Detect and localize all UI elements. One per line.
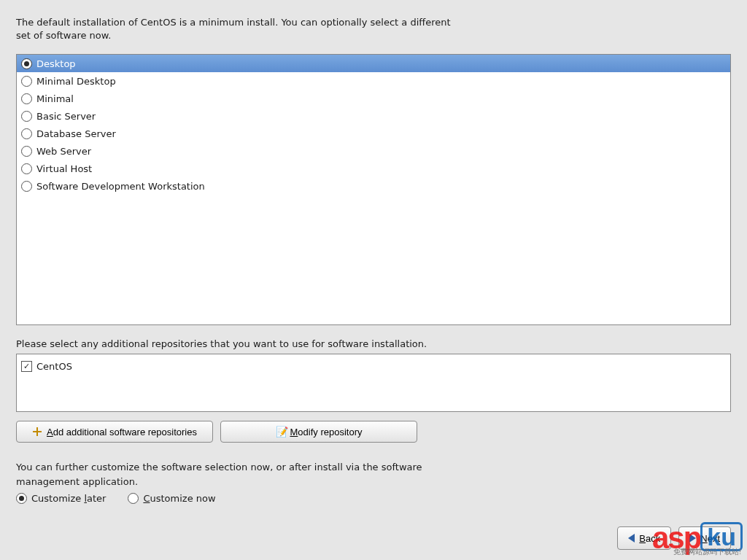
customize-text: You can further customize the software s… [16,460,483,489]
software-option-database-server[interactable]: Database Server [17,125,730,142]
button-label: Next [700,533,720,544]
button-label: Modify repository [290,427,363,438]
checkbox-icon[interactable]: ✓ [21,361,32,372]
radio-icon [21,163,32,174]
software-option-virtual-host[interactable]: Virtual Host [17,160,730,177]
radio-icon [21,181,32,192]
software-option-minimal[interactable]: Minimal [17,90,730,107]
radio-icon [21,76,32,87]
radio-icon [16,493,27,504]
software-option-label: Software Development Workstation [36,181,205,192]
software-option-label: Web Server [36,146,91,157]
software-option-label: Database Server [36,128,116,139]
customize-option-label: Customize now [143,493,215,504]
software-option-sdw[interactable]: Software Development Workstation [17,177,730,195]
repository-item-centos[interactable]: ✓ CentOS [21,359,726,373]
radio-icon [21,58,32,69]
add-repository-button[interactable]: Add additional software repositories [16,421,213,443]
arrow-right-icon [689,534,696,542]
software-option-label: Virtual Host [36,163,92,174]
edit-icon: 📝 [276,427,286,437]
next-button[interactable]: Next [678,526,731,550]
plus-icon [32,427,42,437]
back-button[interactable]: Back [617,526,671,550]
repository-list[interactable]: ✓ CentOS [16,354,731,412]
software-option-label: Desktop [36,58,76,69]
radio-icon [128,493,139,504]
intro-text: The default installation of CentOS is a … [16,16,454,42]
customize-options: Customize later Customize now [16,493,731,504]
customize-later-option[interactable]: Customize later [16,493,106,504]
radio-icon [21,93,32,104]
repo-button-row: Add additional software repositories 📝 M… [16,421,731,443]
radio-icon [21,128,32,139]
button-label: Add additional software repositories [47,427,197,438]
software-option-web-server[interactable]: Web Server [17,142,730,160]
button-label: Back [639,533,660,544]
software-option-label: Minimal [36,93,74,104]
software-option-label: Minimal Desktop [36,76,116,87]
customize-option-label: Customize later [31,493,106,504]
customize-now-option[interactable]: Customize now [128,493,215,504]
arrow-left-icon [628,534,635,542]
repo-prompt: Please select any additional repositorie… [16,338,731,349]
software-selection-list[interactable]: Desktop Minimal Desktop Minimal Basic Se… [16,54,731,325]
repository-label: CentOS [36,361,72,372]
software-option-desktop[interactable]: Desktop [17,55,730,72]
software-option-minimal-desktop[interactable]: Minimal Desktop [17,72,730,90]
radio-icon [21,146,32,157]
software-option-label: Basic Server [36,111,96,122]
radio-icon [21,111,32,122]
footer-nav: Back Next [617,526,731,550]
software-option-basic-server[interactable]: Basic Server [17,107,730,125]
modify-repository-button[interactable]: 📝 Modify repository [220,421,417,443]
